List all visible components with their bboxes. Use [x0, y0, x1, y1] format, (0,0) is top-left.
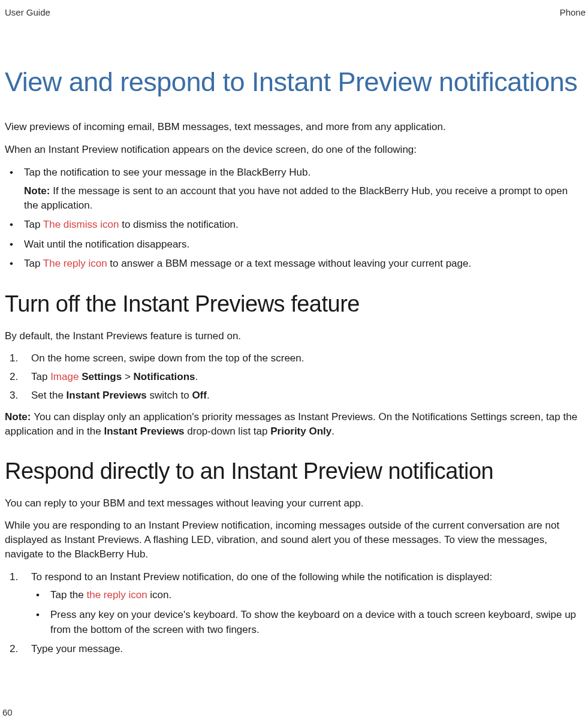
dismiss-icon: The dismiss icon	[43, 219, 122, 230]
section3-step1-text: To respond to an Instant Preview notific…	[31, 571, 492, 583]
section3-p2: While you are responding to an Instant P…	[5, 518, 584, 561]
section2-title: Turn off the Instant Previews feature	[5, 291, 584, 318]
section1-item4: Tap The reply icon to answer a BBM messa…	[5, 257, 584, 272]
section2-note-bold1: Instant Previews	[104, 426, 184, 437]
section3-step2: Type your message.	[5, 642, 584, 657]
note-label: Note:	[24, 185, 53, 197]
section2-note-end: .	[331, 426, 334, 437]
reply-icon: the reply icon	[87, 589, 150, 601]
section1-list: Tap the notification to see your message…	[5, 165, 584, 272]
section2-step2-end: .	[195, 371, 198, 382]
section2-step3-mid: switch to	[147, 390, 192, 401]
page-header: User Guide Phone	[5, 7, 586, 17]
section3-title: Respond directly to an Instant Preview n…	[5, 458, 584, 485]
section1-item1-note: Note: If the message is sent to an accou…	[24, 184, 584, 213]
page-content: View and respond to Instant Preview noti…	[5, 65, 586, 657]
section3-sub-a-pre: Tap the	[50, 589, 87, 601]
section1-item4-pre: Tap	[24, 258, 43, 269]
section2-step2-gt: >	[122, 371, 133, 382]
section2-step3-pre: Set the	[31, 390, 67, 401]
settings-image-icon: Image	[50, 371, 82, 382]
reply-icon: The reply icon	[43, 258, 110, 269]
section2-note: Note: You can display only an applicatio…	[5, 410, 584, 439]
section2-note-bold2: Priority Only	[270, 426, 331, 437]
section2-step2-notifications: Notifications	[134, 371, 195, 382]
section1-item2-pre: Tap	[24, 219, 43, 230]
section1-lead: When an Instant Preview notification app…	[5, 143, 584, 157]
header-right-label: Phone	[560, 7, 586, 17]
section3-step1-sub-a: Tap the the reply icon icon.	[31, 588, 584, 603]
section1-item4-post: to answer a BBM message or a text messag…	[110, 258, 471, 269]
section3-p1: You can reply to your BBM and text messa…	[5, 496, 584, 511]
section3-step1-sub-b: Press any key on your device's keyboard.…	[31, 608, 584, 637]
section1-item1-note-text: If the message is sent to an account tha…	[24, 185, 568, 211]
section2-step3-off: Off	[192, 390, 207, 401]
section2-step3-end: .	[207, 390, 210, 401]
section1-item2-post: to dismiss the notification.	[122, 219, 239, 230]
section2-note-mid: drop-down list tap	[185, 426, 271, 437]
section1-item1: Tap the notification to see your message…	[5, 165, 584, 213]
section3-step1: To respond to an Instant Preview notific…	[5, 570, 584, 638]
section3-step1-sublist: Tap the the reply icon icon. Press any k…	[31, 588, 584, 637]
section2-intro: By default, the Instant Previews feature…	[5, 329, 584, 343]
section3-sub-a-post: icon.	[150, 589, 171, 601]
section2-step3-ip: Instant Previews	[67, 390, 147, 401]
section3-steps: To respond to an Instant Preview notific…	[5, 570, 584, 657]
section1-item3: Wait until the notification disappears.	[5, 237, 584, 252]
section2-note-label: Note:	[5, 411, 34, 423]
section2-step1: On the home screen, swipe down from the …	[5, 351, 584, 366]
section2-steps: On the home screen, swipe down from the …	[5, 351, 584, 403]
section1-intro: View previews of incoming email, BBM mes…	[5, 120, 584, 134]
header-left-label: User Guide	[5, 7, 50, 17]
section1-item2: Tap The dismiss icon to dismiss the noti…	[5, 218, 584, 233]
section2-step2: Tap Image Settings > Notifications.	[5, 370, 584, 385]
section2-step2-pre: Tap	[31, 371, 50, 382]
section1-title: View and respond to Instant Preview noti…	[5, 65, 584, 99]
section1-item1-text: Tap the notification to see your message…	[24, 167, 310, 178]
page-number: 60	[2, 707, 13, 717]
section2-step3: Set the Instant Previews switch to Off.	[5, 388, 584, 403]
section2-step2-settings: Settings	[82, 371, 122, 382]
